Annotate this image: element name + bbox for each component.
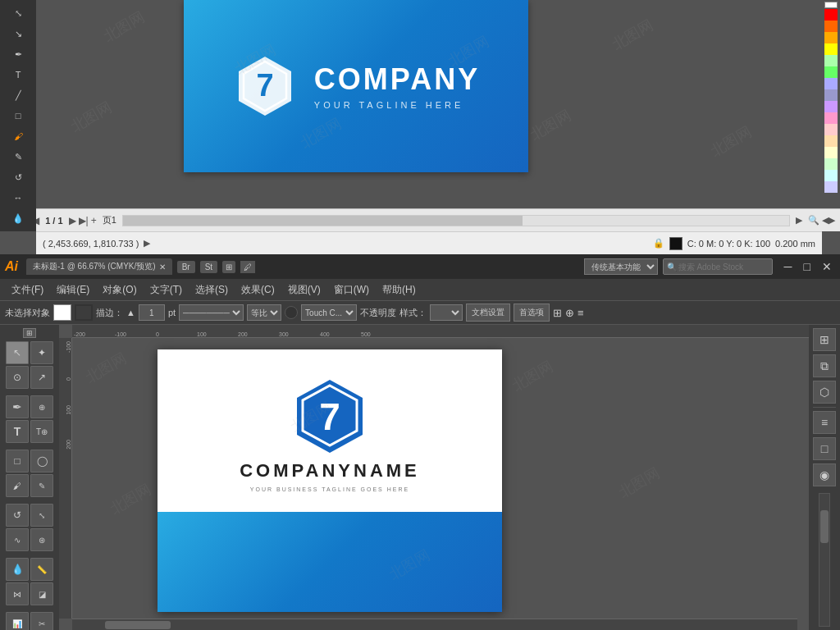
menu-select[interactable]: 选择(S) <box>189 281 235 299</box>
menu-window[interactable]: 窗口(W) <box>327 281 376 299</box>
view-toggle[interactable]: ⊞ <box>222 261 235 273</box>
area-type-tool[interactable]: T⊕ <box>30 420 53 443</box>
gradient-tool[interactable]: ◪ <box>30 582 53 605</box>
type-tool[interactable]: T <box>6 420 29 443</box>
swatch-green[interactable] <box>824 66 838 78</box>
swatch-lavender[interactable] <box>824 78 838 89</box>
swatch-orange[interactable] <box>824 21 838 32</box>
search-input[interactable] <box>678 262 769 272</box>
rect-panel-icon[interactable]: □ <box>813 437 836 460</box>
select-tool-top[interactable]: ↘ <box>5 24 31 43</box>
nav-next[interactable]: ▶ <box>69 215 76 226</box>
add-page[interactable]: + <box>91 215 97 226</box>
pencil-tool-top[interactable]: ✎ <box>5 147 31 167</box>
blend-tool[interactable]: ⋈ <box>6 582 29 605</box>
bridge-icon[interactable]: Br <box>177 261 195 273</box>
minimize-btn[interactable]: ─ <box>781 260 796 273</box>
swatch-periwinkle[interactable] <box>824 89 838 101</box>
transform-panel-icon[interactable]: ⊞ <box>813 328 836 351</box>
menu-object[interactable]: 对象(O) <box>96 281 143 299</box>
rotate-tool-top[interactable]: ↺ <box>5 167 31 187</box>
align-icon[interactable]: ⊕ <box>565 307 574 319</box>
swatch-violet[interactable] <box>824 101 838 112</box>
menu-help[interactable]: 帮助(H) <box>376 281 422 299</box>
swatch-lime[interactable] <box>824 55 838 66</box>
stroke-input[interactable] <box>139 304 165 321</box>
transform-tool-top[interactable]: ↔ <box>5 188 31 208</box>
magic-wand-tool[interactable]: ✦ <box>30 341 53 364</box>
swatch-yellow[interactable] <box>824 43 838 55</box>
swatch-red[interactable] <box>824 9 838 21</box>
menu-file[interactable]: 文件(F) <box>5 281 50 299</box>
rect-tool-top[interactable]: □ <box>5 106 31 126</box>
style-select[interactable] <box>430 304 463 321</box>
more-options[interactable]: ≡ <box>578 307 584 319</box>
stroke-up-arrow[interactable]: ▲ <box>126 308 135 317</box>
v-scrollbar[interactable] <box>819 493 830 627</box>
scroll-arrows[interactable]: ◀▶ <box>822 215 835 226</box>
play-icon[interactable]: ▶ <box>144 238 150 249</box>
type-tool-top[interactable]: T <box>5 65 31 84</box>
eyedropper-tool[interactable]: 💧 <box>6 558 29 581</box>
stroke-type-select[interactable]: ──────── <box>179 304 244 321</box>
anchor-tool[interactable]: ⊕ <box>30 395 53 418</box>
swatch-amber[interactable] <box>824 32 838 43</box>
file-tab[interactable]: 未标题-1 @ 66.67% (CMYK/预览) ✕ <box>26 258 172 275</box>
ratio-select[interactable]: 等比 <box>247 304 281 321</box>
type-style-btn[interactable]: 🖊 <box>240 261 255 273</box>
tools-panel-toggle[interactable]: ⊞ <box>23 328 36 338</box>
swatch-blush[interactable] <box>824 124 838 135</box>
pencil-tool[interactable]: ✎ <box>30 474 53 497</box>
h-scroll-thumb[interactable] <box>105 621 171 629</box>
swatch-periwinklecream[interactable] <box>824 181 838 193</box>
circle-panel-icon[interactable]: ◉ <box>813 463 836 486</box>
scroll-top[interactable] <box>824 2 838 8</box>
v-scroll-thumb[interactable] <box>820 510 829 543</box>
stroke-swatch[interactable] <box>75 304 93 321</box>
pen-tool-top[interactable]: ✒ <box>5 44 31 64</box>
pen-tool[interactable]: ✒ <box>6 395 29 418</box>
menu-edit[interactable]: 编辑(E) <box>50 281 96 299</box>
h-scrollbar[interactable] <box>72 619 797 630</box>
menu-type[interactable]: 文字(T) <box>144 281 189 299</box>
doc-settings-btn[interactable]: 文档设置 <box>466 304 510 322</box>
close-btn[interactable]: ✕ <box>819 260 835 273</box>
graph-tool[interactable]: 📊 <box>6 612 29 630</box>
eyedropper-tool-top[interactable]: 💧 <box>5 208 31 228</box>
align-panel-icon[interactable]: ⧉ <box>813 354 836 377</box>
menu-view[interactable]: 视图(V) <box>281 281 327 299</box>
rotate-tool[interactable]: ↺ <box>6 504 29 527</box>
swatch-pink[interactable] <box>824 112 838 124</box>
swatch-mintcream[interactable] <box>824 158 838 170</box>
swatch-lightcyan[interactable] <box>824 170 838 181</box>
preferences-btn[interactable]: 首选项 <box>514 304 550 322</box>
ellipse-tool[interactable]: ◯ <box>30 450 53 472</box>
panel-toggle[interactable]: ⊞ <box>553 307 562 319</box>
stroke-panel-icon[interactable]: ≡ <box>813 411 836 434</box>
line-tool-top[interactable]: ╱ <box>5 85 31 105</box>
pathfinder-icon[interactable]: ⬡ <box>813 381 836 404</box>
nav-last[interactable]: ▶| <box>79 215 89 226</box>
measure-tool[interactable]: 📏 <box>30 558 53 581</box>
direct-select-tool[interactable]: ↗ <box>30 366 53 389</box>
brush-tool[interactable]: 🖌 <box>6 474 29 497</box>
rect-tool[interactable]: □ <box>6 450 29 472</box>
workspace-dropdown[interactable]: 传统基本功能 <box>584 258 658 275</box>
lasso-tool[interactable]: ⊙ <box>6 366 29 389</box>
scroll-right[interactable]: ▶ <box>796 215 802 226</box>
scale-tool[interactable]: ⤡ <box>30 504 53 527</box>
fill-swatch[interactable] <box>53 304 71 321</box>
slice-tool[interactable]: ✂ <box>30 612 53 630</box>
warp-tool[interactable]: ∿ <box>6 528 29 551</box>
stock-icon[interactable]: St <box>200 261 217 273</box>
puppet-warp-tool[interactable]: ⊛ <box>30 528 53 551</box>
touch-select[interactable]: Touch C... <box>301 304 357 321</box>
menu-effect[interactable]: 效果(C) <box>235 281 281 299</box>
paint-tool-top[interactable]: 🖌 <box>5 126 31 146</box>
select-tool[interactable]: ↖ <box>6 341 29 364</box>
swatch-peach[interactable] <box>824 135 838 147</box>
tab-close[interactable]: ✕ <box>159 262 166 272</box>
swatch-cream[interactable] <box>824 147 838 158</box>
arrow-tool-top[interactable]: ⤡ <box>5 3 31 23</box>
maximize-btn[interactable]: □ <box>801 260 814 273</box>
